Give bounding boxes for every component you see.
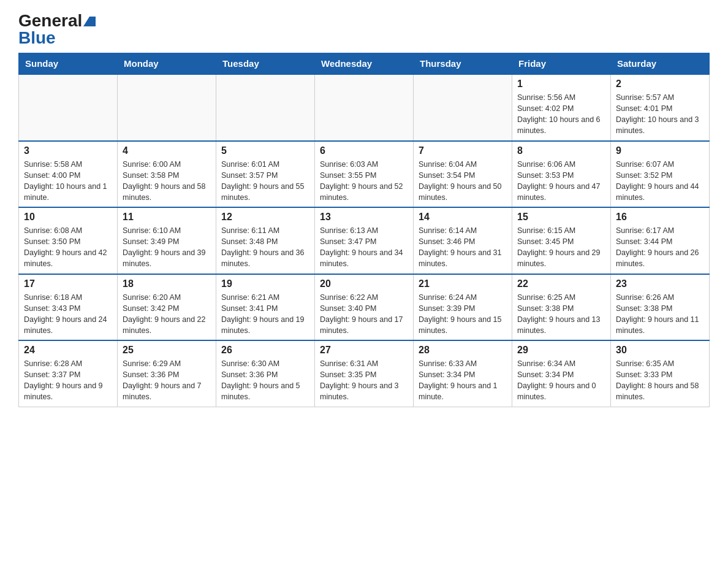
- sun-info: Sunrise: 6:25 AMSunset: 3:38 PMDaylight:…: [517, 292, 605, 337]
- sun-info: Sunrise: 6:22 AMSunset: 3:40 PMDaylight:…: [320, 292, 408, 337]
- sun-info: Sunrise: 6:01 AMSunset: 3:57 PMDaylight:…: [221, 159, 309, 204]
- calendar-cell: 10Sunrise: 6:08 AMSunset: 3:50 PMDayligh…: [19, 207, 118, 274]
- day-number: 9: [616, 145, 704, 156]
- calendar-cell: 4Sunrise: 6:00 AMSunset: 3:58 PMDaylight…: [118, 141, 216, 208]
- day-number: 24: [24, 345, 112, 356]
- sun-info: Sunrise: 6:34 AMSunset: 3:34 PMDaylight:…: [517, 358, 605, 403]
- sun-info: Sunrise: 6:30 AMSunset: 3:36 PMDaylight:…: [221, 358, 309, 403]
- page-header: General Blue: [18, 12, 710, 47]
- day-number: 4: [123, 145, 211, 156]
- day-number: 13: [320, 212, 408, 223]
- day-number: 8: [517, 145, 605, 156]
- calendar-row-4: 17Sunrise: 6:18 AMSunset: 3:43 PMDayligh…: [19, 274, 710, 341]
- calendar-cell: 11Sunrise: 6:10 AMSunset: 3:49 PMDayligh…: [118, 207, 216, 274]
- sun-info: Sunrise: 6:35 AMSunset: 3:33 PMDaylight:…: [616, 358, 704, 403]
- calendar-cell: 1Sunrise: 5:56 AMSunset: 4:02 PMDaylight…: [512, 74, 611, 141]
- calendar-cell: 17Sunrise: 6:18 AMSunset: 3:43 PMDayligh…: [19, 274, 118, 341]
- day-number: 23: [616, 278, 704, 289]
- calendar-cell: 12Sunrise: 6:11 AMSunset: 3:48 PMDayligh…: [216, 207, 315, 274]
- calendar-cell: 29Sunrise: 6:34 AMSunset: 3:34 PMDayligh…: [512, 340, 611, 407]
- calendar-cell: 22Sunrise: 6:25 AMSunset: 3:38 PMDayligh…: [512, 274, 611, 341]
- weekday-header-wednesday: Wednesday: [315, 53, 414, 75]
- sun-info: Sunrise: 5:58 AMSunset: 4:00 PMDaylight:…: [24, 159, 112, 204]
- day-number: 5: [221, 145, 309, 156]
- calendar-cell: 21Sunrise: 6:24 AMSunset: 3:39 PMDayligh…: [414, 274, 512, 341]
- calendar-cell: 20Sunrise: 6:22 AMSunset: 3:40 PMDayligh…: [315, 274, 414, 341]
- day-number: 17: [24, 278, 112, 289]
- sun-info: Sunrise: 6:24 AMSunset: 3:39 PMDaylight:…: [419, 292, 507, 337]
- sun-info: Sunrise: 6:14 AMSunset: 3:46 PMDaylight:…: [419, 225, 507, 270]
- sun-info: Sunrise: 5:56 AMSunset: 4:02 PMDaylight:…: [517, 92, 605, 137]
- weekday-header-saturday: Saturday: [611, 53, 710, 75]
- day-number: 28: [419, 345, 507, 356]
- weekday-header-monday: Monday: [118, 53, 216, 75]
- calendar-cell: [19, 74, 118, 141]
- calendar-cell: 19Sunrise: 6:21 AMSunset: 3:41 PMDayligh…: [216, 274, 315, 341]
- sun-info: Sunrise: 6:21 AMSunset: 3:41 PMDaylight:…: [221, 292, 309, 337]
- day-number: 10: [24, 212, 112, 223]
- sun-info: Sunrise: 6:33 AMSunset: 3:34 PMDaylight:…: [419, 358, 507, 403]
- sun-info: Sunrise: 6:10 AMSunset: 3:49 PMDaylight:…: [123, 225, 211, 270]
- day-number: 12: [221, 212, 309, 223]
- calendar-cell: 6Sunrise: 6:03 AMSunset: 3:55 PMDaylight…: [315, 141, 414, 208]
- sun-info: Sunrise: 6:15 AMSunset: 3:45 PMDaylight:…: [517, 225, 605, 270]
- day-number: 25: [123, 345, 211, 356]
- day-number: 29: [517, 345, 605, 356]
- calendar-cell: 30Sunrise: 6:35 AMSunset: 3:33 PMDayligh…: [611, 340, 710, 407]
- sun-info: Sunrise: 6:17 AMSunset: 3:44 PMDaylight:…: [616, 225, 704, 270]
- calendar-row-2: 3Sunrise: 5:58 AMSunset: 4:00 PMDaylight…: [19, 141, 710, 208]
- sun-info: Sunrise: 6:04 AMSunset: 3:54 PMDaylight:…: [419, 159, 507, 204]
- sun-info: Sunrise: 5:57 AMSunset: 4:01 PMDaylight:…: [616, 92, 704, 137]
- day-number: 21: [419, 278, 507, 289]
- day-number: 15: [517, 212, 605, 223]
- calendar-cell: 15Sunrise: 6:15 AMSunset: 3:45 PMDayligh…: [512, 207, 611, 274]
- sun-info: Sunrise: 6:29 AMSunset: 3:36 PMDaylight:…: [123, 358, 211, 403]
- day-number: 14: [419, 212, 507, 223]
- sun-info: Sunrise: 6:11 AMSunset: 3:48 PMDaylight:…: [221, 225, 309, 270]
- calendar-cell: [216, 74, 315, 141]
- weekday-header-sunday: Sunday: [19, 53, 118, 75]
- sun-info: Sunrise: 6:26 AMSunset: 3:38 PMDaylight:…: [616, 292, 704, 337]
- sun-info: Sunrise: 6:08 AMSunset: 3:50 PMDaylight:…: [24, 225, 112, 270]
- sun-info: Sunrise: 6:13 AMSunset: 3:47 PMDaylight:…: [320, 225, 408, 270]
- day-number: 26: [221, 345, 309, 356]
- calendar-cell: [315, 74, 414, 141]
- sun-info: Sunrise: 6:07 AMSunset: 3:52 PMDaylight:…: [616, 159, 704, 204]
- logo-general-text: General: [18, 12, 96, 29]
- calendar-cell: 23Sunrise: 6:26 AMSunset: 3:38 PMDayligh…: [611, 274, 710, 341]
- day-number: 30: [616, 345, 704, 356]
- calendar-cell: 25Sunrise: 6:29 AMSunset: 3:36 PMDayligh…: [118, 340, 216, 407]
- calendar-cell: 7Sunrise: 6:04 AMSunset: 3:54 PMDaylight…: [414, 141, 512, 208]
- day-number: 18: [123, 278, 211, 289]
- day-number: 27: [320, 345, 408, 356]
- calendar-cell: 9Sunrise: 6:07 AMSunset: 3:52 PMDaylight…: [611, 141, 710, 208]
- day-number: 16: [616, 212, 704, 223]
- calendar-cell: 3Sunrise: 5:58 AMSunset: 4:00 PMDaylight…: [19, 141, 118, 208]
- day-number: 6: [320, 145, 408, 156]
- sun-info: Sunrise: 6:31 AMSunset: 3:35 PMDaylight:…: [320, 358, 408, 403]
- sun-info: Sunrise: 6:20 AMSunset: 3:42 PMDaylight:…: [123, 292, 211, 337]
- calendar-cell: 26Sunrise: 6:30 AMSunset: 3:36 PMDayligh…: [216, 340, 315, 407]
- logo: General Blue: [18, 12, 96, 47]
- calendar-cell: [118, 74, 216, 141]
- day-number: 7: [419, 145, 507, 156]
- sun-info: Sunrise: 6:03 AMSunset: 3:55 PMDaylight:…: [320, 159, 408, 204]
- calendar-cell: 28Sunrise: 6:33 AMSunset: 3:34 PMDayligh…: [414, 340, 512, 407]
- day-number: 1: [517, 79, 605, 90]
- sun-info: Sunrise: 6:00 AMSunset: 3:58 PMDaylight:…: [123, 159, 211, 204]
- calendar-cell: 2Sunrise: 5:57 AMSunset: 4:01 PMDaylight…: [611, 74, 710, 141]
- calendar-cell: 16Sunrise: 6:17 AMSunset: 3:44 PMDayligh…: [611, 207, 710, 274]
- calendar-row-1: 1Sunrise: 5:56 AMSunset: 4:02 PMDaylight…: [19, 74, 710, 141]
- day-number: 22: [517, 278, 605, 289]
- day-number: 3: [24, 145, 112, 156]
- calendar-cell: 14Sunrise: 6:14 AMSunset: 3:46 PMDayligh…: [414, 207, 512, 274]
- calendar-cell: 24Sunrise: 6:28 AMSunset: 3:37 PMDayligh…: [19, 340, 118, 407]
- calendar-row-3: 10Sunrise: 6:08 AMSunset: 3:50 PMDayligh…: [19, 207, 710, 274]
- sun-info: Sunrise: 6:18 AMSunset: 3:43 PMDaylight:…: [24, 292, 112, 337]
- day-number: 20: [320, 278, 408, 289]
- calendar-cell: [414, 74, 512, 141]
- weekday-header-thursday: Thursday: [414, 53, 512, 75]
- calendar-cell: 5Sunrise: 6:01 AMSunset: 3:57 PMDaylight…: [216, 141, 315, 208]
- day-number: 2: [616, 79, 704, 90]
- weekday-header-friday: Friday: [512, 53, 611, 75]
